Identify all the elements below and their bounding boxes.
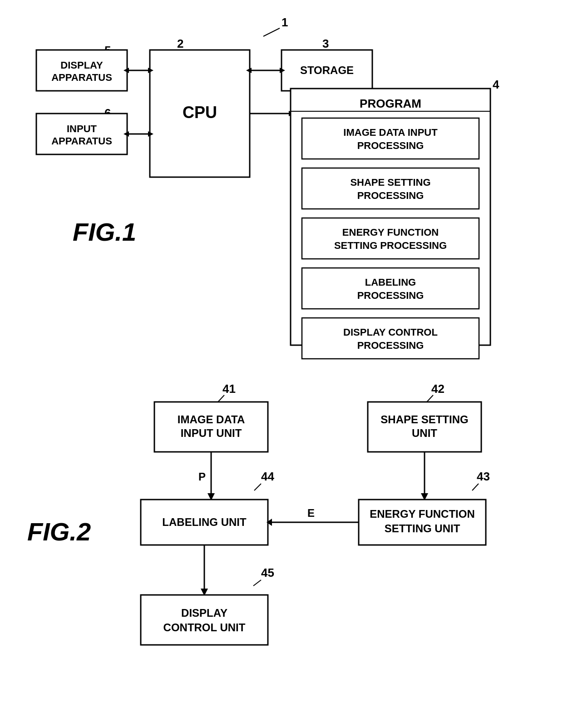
svg-text:SHAPE SETTING: SHAPE SETTING (350, 177, 430, 188)
svg-rect-31 (302, 118, 479, 159)
svg-text:P: P (198, 470, 206, 483)
svg-text:PROCESSING: PROCESSING (357, 190, 424, 201)
svg-text:CPU: CPU (183, 103, 217, 122)
svg-text:1: 1 (282, 15, 288, 29)
svg-text:CONTROL UNIT: CONTROL UNIT (163, 621, 246, 634)
svg-text:FIG.1: FIG.1 (73, 218, 136, 246)
svg-text:SHAPE SETTING: SHAPE SETTING (380, 413, 468, 426)
svg-text:PROGRAM: PROGRAM (360, 97, 421, 110)
svg-text:41: 41 (222, 382, 236, 396)
svg-text:STORAGE: STORAGE (300, 64, 354, 76)
svg-text:PROCESSING: PROCESSING (357, 290, 424, 301)
fig1-svg: 1 2 3 4 5 6 CPU STORAGE DISPLAY APPARATU… (0, 0, 563, 363)
svg-rect-34 (302, 168, 479, 209)
svg-text:43: 43 (477, 470, 490, 483)
svg-line-53 (427, 395, 433, 402)
svg-text:IMAGE DATA INPUT: IMAGE DATA INPUT (343, 127, 438, 138)
svg-rect-43 (302, 318, 479, 359)
svg-text:2: 2 (177, 37, 183, 50)
svg-line-48 (218, 395, 224, 402)
svg-text:ENERGY FUNCTION: ENERGY FUNCTION (342, 227, 439, 238)
svg-line-1 (263, 28, 280, 36)
svg-rect-37 (302, 218, 479, 259)
svg-text:SETTING UNIT: SETTING UNIT (385, 522, 460, 535)
svg-text:44: 44 (261, 470, 274, 483)
svg-text:45: 45 (261, 566, 274, 579)
svg-text:PROCESSING: PROCESSING (357, 340, 424, 351)
svg-text:IMAGE DATA: IMAGE DATA (178, 413, 245, 426)
svg-text:SETTING PROCESSING: SETTING PROCESSING (334, 240, 447, 251)
svg-text:DISPLAY: DISPLAY (60, 59, 103, 71)
diagram-container: 1 2 3 4 5 6 CPU STORAGE DISPLAY APPARATU… (0, 0, 563, 728)
svg-text:42: 42 (431, 382, 444, 396)
svg-line-65 (472, 484, 479, 490)
svg-rect-40 (302, 268, 479, 309)
svg-text:INPUT: INPUT (67, 123, 97, 134)
svg-text:PROCESSING: PROCESSING (357, 140, 424, 151)
svg-text:3: 3 (322, 37, 329, 50)
svg-text:APPARATUS: APPARATUS (51, 72, 112, 83)
svg-text:APPARATUS: APPARATUS (51, 135, 112, 147)
svg-text:UNIT: UNIT (412, 427, 437, 439)
svg-text:FIG.2: FIG.2 (27, 517, 91, 546)
svg-text:E: E (307, 507, 315, 519)
svg-text:INPUT UNIT: INPUT UNIT (181, 427, 242, 439)
svg-line-77 (253, 580, 261, 586)
svg-text:DISPLAY CONTROL: DISPLAY CONTROL (343, 327, 438, 338)
svg-text:ENERGY FUNCTION: ENERGY FUNCTION (370, 508, 475, 520)
svg-line-63 (254, 484, 261, 490)
svg-text:LABELING UNIT: LABELING UNIT (162, 516, 247, 528)
svg-rect-78 (141, 595, 268, 645)
svg-text:4: 4 (493, 78, 499, 91)
fig2-svg: 41 IMAGE DATA INPUT UNIT 42 SHAPE SETTIN… (0, 368, 563, 728)
svg-text:LABELING: LABELING (365, 277, 416, 288)
svg-text:DISPLAY: DISPLAY (181, 607, 227, 619)
